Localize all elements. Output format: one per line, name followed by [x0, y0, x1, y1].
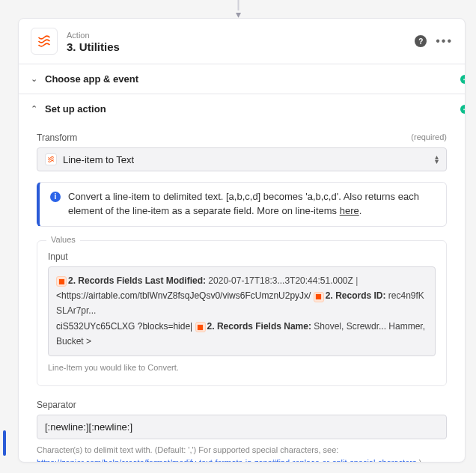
select-caret-icon: ▴▾ — [435, 155, 439, 164]
side-accent — [3, 430, 6, 456]
chevron-up-icon: ⌃ — [31, 104, 37, 114]
section-choose-label: Choose app & event — [45, 73, 138, 85]
airtable-pill-icon — [195, 322, 206, 332]
separator-input[interactable]: [:newline:][:newline:] — [37, 415, 447, 439]
complete-check-icon: ✓ — [460, 105, 466, 114]
transform-label: Transform — [37, 132, 77, 143]
separator-help: Character(s) to delimit text with. (Defa… — [37, 444, 447, 462]
transform-value: Line-item to Text — [63, 154, 429, 165]
separator-value: [:newline:][:newline:] — [45, 421, 132, 433]
svg-rect-2 — [198, 325, 203, 330]
pill-sep-1: | — [356, 275, 358, 286]
pill-3-name: 2. Records Fields Name: — [207, 321, 311, 332]
required-label: (required) — [411, 132, 447, 143]
utilities-app-icon — [31, 28, 58, 55]
utilities-mini-icon — [45, 153, 57, 165]
svg-rect-1 — [316, 294, 321, 299]
values-fieldset: Values Input 2. Records Fields Last Modi… — [37, 240, 447, 386]
pill-2-name: 2. Records ID: — [326, 290, 386, 301]
header-title: 3. Utilities — [67, 40, 120, 53]
card-header: Action 3. Utilities ? ••• — [19, 19, 465, 64]
transform-info: i Convert a line-item to delimited text.… — [37, 182, 447, 227]
pill-1-value: 2020-07-17T18:3...3T20:44:51.000Z — [206, 275, 353, 286]
chevron-down-icon: ⌄ — [31, 74, 37, 84]
input-help: Line-Item you would like to Convert. — [48, 362, 436, 373]
more-menu-icon[interactable]: ••• — [436, 34, 453, 48]
input-field[interactable]: 2. Records Fields Last Modified: 2020-07… — [48, 266, 436, 356]
airtable-pill-icon — [314, 292, 324, 302]
values-legend: Values — [46, 235, 80, 244]
svg-rect-0 — [58, 279, 64, 284]
section-setup-label: Set up action — [45, 103, 106, 115]
raw-tail-text: ciS532UYc65CLXG ?blocks=hide| — [56, 321, 192, 332]
pill-1-name: 2. Records Fields Last Modified: — [68, 275, 206, 286]
airtable-pill-icon — [56, 276, 67, 287]
separator-help-suffix: ) — [418, 458, 421, 462]
separator-help-link[interactable]: https://zapier.com/help/create/format/mo… — [37, 458, 416, 462]
info-text: Convert a line-item to delimited text. [… — [68, 191, 419, 216]
separator-label: Separator — [37, 400, 447, 410]
transform-select[interactable]: Line-item to Text ▴▾ — [37, 147, 447, 171]
section-choose-app[interactable]: ⌄ Choose app & event ✓ — [19, 64, 465, 94]
section-setup-action[interactable]: ⌃ Set up action ✓ — [19, 94, 465, 123]
complete-check-icon: ✓ — [460, 75, 466, 84]
setup-action-body: Transform (required) Line-item to Text ▴… — [19, 123, 465, 462]
connector-arrow: ▾ — [236, 0, 241, 18]
separator-help-prefix: Character(s) to delimit text with. (Defa… — [37, 445, 338, 454]
info-link[interactable]: here — [340, 205, 359, 216]
raw-url-text: <https://airtable.com/tblWnvZ8fsqJeQsv0/… — [56, 290, 311, 301]
info-icon: i — [50, 192, 61, 202]
action-card: Action 3. Utilities ? ••• ⌄ Choose app &… — [18, 18, 466, 463]
input-label: Input — [48, 251, 436, 262]
help-icon[interactable]: ? — [415, 35, 427, 47]
header-subtitle: Action — [67, 30, 120, 40]
